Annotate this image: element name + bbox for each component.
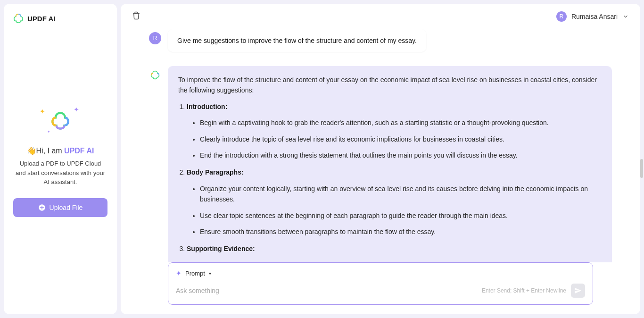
main-panel: R Rumaisa Ansari R Give me suggestions t…	[121, 4, 640, 314]
ai-intro-text: To improve the flow of the structure and…	[178, 75, 602, 96]
input-area: ✦ Prompt ▾ Enter Send; Shift + Enter New…	[121, 262, 640, 314]
sidebar-hero: ✦ ✦ ✦ 👋Hi, I am UPDF AI Upload a PDF to …	[13, 24, 107, 305]
sidebar-header: UPDF AI	[13, 13, 107, 24]
chevron-down-icon	[622, 13, 629, 20]
scrollbar-thumb[interactable]	[640, 159, 643, 178]
bullet-item: End the introduction with a strong thesi…	[200, 150, 602, 160]
updf-hero-icon	[51, 111, 70, 130]
sparkle-icon: ✦	[47, 130, 50, 134]
input-box: ✦ Prompt ▾ Enter Send; Shift + Enter New…	[168, 262, 593, 305]
chat-area: R Give me suggestions to improve the flo…	[121, 29, 640, 262]
section-title: Introduction:	[187, 103, 227, 110]
greeting-prefix: 👋Hi, I am	[27, 147, 65, 155]
updf-logo-icon	[13, 13, 24, 24]
bullet-item: Use clear topic sentences at the beginni…	[200, 210, 602, 221]
sparkle-icon: ✦	[40, 108, 45, 115]
prompt-selector[interactable]: ✦ Prompt ▾	[176, 269, 585, 277]
greeting-text: 👋Hi, I am UPDF AI	[27, 146, 94, 155]
upload-button-label: Upload File	[50, 204, 83, 211]
ai-message-avatar	[149, 69, 161, 81]
bullet-item: Clearly introduce the topic of sea level…	[200, 134, 602, 144]
sidebar: UPDF AI ✦ ✦ ✦ 👋Hi, I am UPDF AI Upload a…	[4, 4, 117, 314]
user-name: Rumaisa Ansari	[571, 13, 618, 20]
ai-message-row: To improve the flow of the structure and…	[149, 66, 612, 262]
user-avatar: R	[556, 11, 567, 22]
caret-down-icon: ▾	[209, 271, 211, 276]
send-icon	[574, 287, 582, 294]
section-bullets: Organize your content logically, startin…	[187, 184, 602, 237]
user-menu[interactable]: R Rumaisa Ansari	[556, 11, 629, 22]
greeting-brand: UPDF AI	[64, 147, 94, 155]
user-message-row: R Give me suggestions to improve the flo…	[149, 29, 612, 52]
ai-section: Supporting Evidence:	[187, 243, 602, 254]
ai-section: Body Paragraphs: Organize your content l…	[187, 167, 602, 237]
main-header: R Rumaisa Ansari	[121, 4, 640, 29]
sparkle-icon: ✦	[176, 269, 182, 277]
ai-section: Introduction: Begin with a captivating h…	[187, 101, 602, 161]
upload-file-button[interactable]: Upload File	[13, 198, 107, 217]
input-hint: Enter Send; Shift + Enter Newline	[482, 287, 566, 294]
bullet-item: Ensure smooth transitions between paragr…	[200, 226, 602, 237]
hero-icon-wrapper: ✦ ✦ ✦	[51, 111, 70, 132]
send-button[interactable]	[571, 284, 585, 298]
sidebar-title: UPDF AI	[27, 15, 55, 23]
user-message-bubble: Give me suggestions to improve the flow …	[168, 29, 426, 52]
section-title: Body Paragraphs:	[187, 168, 244, 176]
sparkle-icon: ✦	[74, 106, 79, 113]
prompt-label: Prompt	[185, 270, 205, 277]
section-bullets: Begin with a captivating hook to grab th…	[187, 117, 602, 160]
ai-sections-list: Introduction: Begin with a captivating h…	[178, 101, 602, 254]
ai-message-bubble: To improve the flow of the structure and…	[168, 66, 612, 262]
user-message-avatar: R	[149, 32, 161, 44]
upload-icon	[38, 204, 46, 211]
bullet-item: Organize your content logically, startin…	[200, 184, 602, 205]
bullet-item: Begin with a captivating hook to grab th…	[200, 117, 602, 128]
input-row: Enter Send; Shift + Enter Newline	[176, 284, 585, 298]
section-title: Supporting Evidence:	[187, 245, 255, 252]
trash-icon[interactable]	[132, 11, 140, 22]
chat-input[interactable]	[176, 287, 477, 294]
sidebar-description: Upload a PDF to UPDF Cloud and start con…	[13, 159, 107, 187]
